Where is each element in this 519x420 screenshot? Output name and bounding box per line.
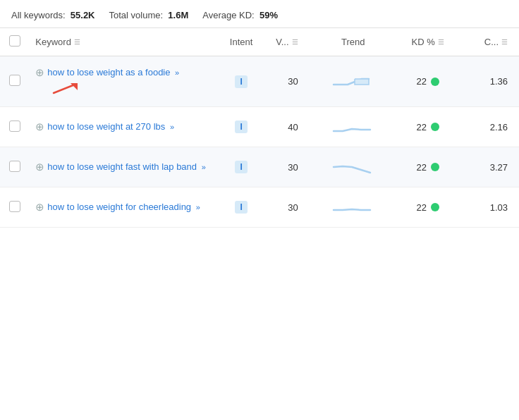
cpc-cell: 3.27 [465, 147, 519, 187]
volume-sort-icon[interactable]: ☰ [292, 38, 298, 46]
kd-value: 22 [416, 122, 426, 132]
row-checkbox[interactable] [9, 121, 20, 132]
kd-value: 22 [416, 202, 426, 213]
row-checkbox-cell [0, 56, 30, 107]
header-checkbox-col [0, 28, 30, 56]
trend-cell [316, 107, 391, 147]
avg-kd-label: Average KD: [202, 10, 254, 20]
add-keyword-icon[interactable]: ⊕ [35, 201, 44, 214]
row-checkbox-cell [0, 187, 30, 228]
chevron-right-icon: » [202, 163, 206, 171]
header-cpc[interactable]: C... ☰ [465, 28, 519, 56]
keyword-link[interactable]: how to lose weight for cheerleading » [47, 201, 200, 214]
volume-cell: 30 [270, 56, 316, 107]
keyword-cell: ⊕ how to lose weight at 270 lbs » [30, 107, 212, 147]
red-arrow-icon [52, 82, 79, 94]
kd-value: 22 [416, 162, 426, 173]
add-keyword-icon[interactable]: ⊕ [35, 66, 44, 79]
header-keyword[interactable]: Keyword ☰ [30, 28, 212, 56]
cpc-sort-icon[interactable]: ☰ [501, 38, 508, 46]
header-volume[interactable]: V... ☰ [270, 28, 316, 56]
total-volume-label: Total volume: [109, 10, 164, 20]
volume-value: 30 [288, 76, 298, 87]
keyword-sort-icon[interactable]: ☰ [74, 38, 80, 46]
volume-cell: 40 [270, 107, 316, 147]
keyword-link[interactable]: how to lose weight at 270 lbs » [47, 121, 174, 133]
cpc-cell: 2.16 [465, 107, 519, 147]
keyword-cell: ⊕ how to lose weight for cheerleading » [30, 187, 212, 228]
header-trend[interactable]: Trend [316, 28, 391, 56]
volume-value: 30 [288, 162, 298, 173]
intent-badge: I [235, 75, 247, 88]
cpc-value: 1.36 [490, 76, 508, 87]
table-row: ⊕ how to lose weight at 270 lbs » I40 22… [0, 107, 519, 147]
cpc-cell: 1.36 [465, 56, 519, 107]
row-checkbox[interactable] [9, 201, 20, 212]
row-checkbox-cell [0, 107, 30, 147]
kd-dot [431, 78, 439, 86]
row-checkbox-cell [0, 147, 30, 187]
table-row: ⊕ how to lose weight for cheerleading » … [0, 187, 519, 228]
kd-cell: 22 [391, 187, 465, 228]
cpc-value: 1.03 [490, 202, 508, 213]
top-stats: All keywords: 55.2K Total volume: 1.6M A… [0, 0, 519, 27]
avg-kd-value: 59% [260, 10, 278, 20]
keyword-link[interactable]: how to lose weight as a foodie » [47, 66, 179, 79]
total-volume-value: 1.6M [168, 10, 188, 20]
volume-cell: 30 [270, 147, 316, 187]
add-keyword-icon[interactable]: ⊕ [35, 161, 44, 173]
chevron-right-icon: » [170, 123, 174, 131]
kd-dot [431, 163, 439, 171]
volume-cell: 30 [270, 187, 316, 228]
all-keywords-label: All keywords: [11, 10, 66, 20]
all-keywords-value: 55.2K [71, 10, 95, 20]
keyword-cell: ⊕ how to lose weight fast with lap band … [30, 147, 212, 187]
cpc-value: 3.27 [490, 162, 508, 173]
keywords-table: Keyword ☰ Intent V... ☰ [0, 28, 519, 228]
intent-cell: I [212, 187, 270, 228]
kd-cell: 22 [391, 147, 465, 187]
row-checkbox[interactable] [9, 161, 20, 172]
select-all-checkbox[interactable] [9, 35, 20, 47]
row-checkbox[interactable] [9, 75, 20, 86]
volume-value: 30 [288, 202, 298, 213]
trend-cell [316, 56, 391, 107]
header-kd[interactable]: KD % ☰ [391, 28, 465, 56]
table-wrapper: Keyword ☰ Intent V... ☰ [0, 27, 519, 228]
intent-badge: I [235, 121, 247, 133]
chevron-right-icon: » [175, 68, 179, 77]
cpc-value: 2.16 [490, 122, 508, 132]
kd-cell: 22 [391, 107, 465, 147]
kd-value: 22 [416, 76, 426, 87]
trend-cell [316, 147, 391, 187]
volume-value: 40 [288, 122, 298, 132]
intent-cell: I [212, 107, 270, 147]
svg-line-0 [54, 85, 75, 93]
chevron-right-icon: » [196, 203, 200, 211]
kd-dot [431, 123, 439, 131]
add-keyword-icon[interactable]: ⊕ [35, 121, 44, 133]
table-row: ⊕ how to lose weight fast with lap band … [0, 147, 519, 187]
trend-cell [316, 187, 391, 228]
intent-cell: I [212, 147, 270, 187]
table-header-row: Keyword ☰ Intent V... ☰ [0, 28, 519, 56]
keyword-link[interactable]: how to lose weight fast with lap band » [47, 161, 205, 173]
table-row: ⊕ how to lose weight as a foodie » I30 2… [0, 56, 519, 107]
kd-dot [431, 203, 439, 211]
header-intent[interactable]: Intent [212, 28, 270, 56]
kd-cell: 22 [391, 56, 465, 107]
kd-sort-icon[interactable]: ☰ [438, 38, 444, 46]
intent-badge: I [235, 161, 247, 173]
keyword-cell: ⊕ how to lose weight as a foodie » [30, 56, 212, 107]
intent-badge: I [235, 201, 247, 214]
cpc-cell: 1.03 [465, 187, 519, 228]
intent-cell: I [212, 56, 270, 107]
